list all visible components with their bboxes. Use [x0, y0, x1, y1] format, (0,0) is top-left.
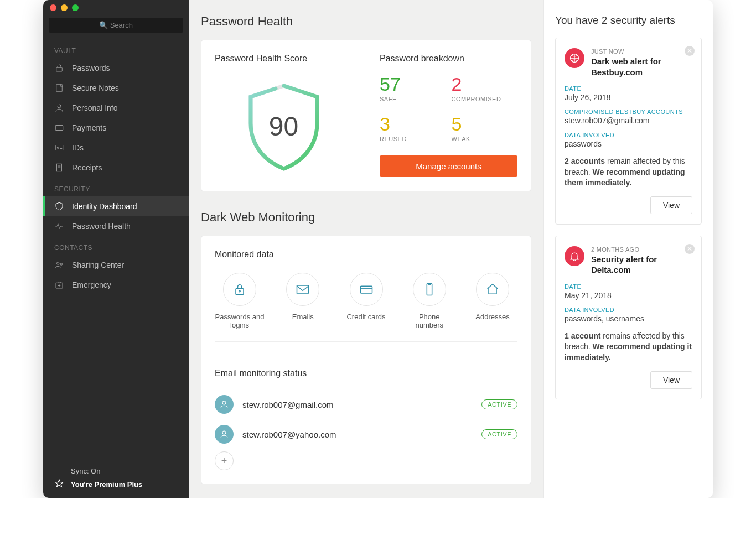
data-type-passwords: Passwords and logins: [215, 273, 265, 329]
alert-date-label: DATE: [565, 283, 692, 290]
sidebar-item-label: Receipts: [72, 163, 102, 172]
svg-rect-3: [55, 126, 63, 131]
pulse-icon: [54, 221, 64, 231]
close-alert-button[interactable]: ✕: [685, 46, 695, 56]
id-icon: [54, 143, 64, 153]
sidebar-item-label: IDs: [72, 143, 84, 152]
sync-status: Sync: On: [54, 467, 178, 475]
sidebar-item-label: Payments: [72, 123, 106, 132]
view-alert-button[interactable]: View: [650, 371, 692, 389]
email-row: stew.rob007@yahoo.com ACTIVE: [215, 419, 517, 449]
alert-body: 1 account remains affected by this breac…: [565, 331, 692, 363]
section-security-heading: SECURITY: [43, 178, 189, 196]
plan-status: You're Premium Plus: [54, 479, 178, 490]
svg-rect-0: [56, 67, 63, 71]
shield-icon: [54, 201, 64, 211]
alert-date-label: DATE: [565, 85, 692, 92]
svg-rect-4: [55, 145, 63, 150]
view-alert-button[interactable]: View: [650, 196, 692, 214]
avatar-icon: [215, 425, 234, 444]
monitored-data-heading: Monitored data: [215, 249, 517, 259]
bell-alert-icon: [565, 246, 584, 266]
sidebar-item-secure-notes[interactable]: Secure Notes: [43, 78, 189, 98]
alert-involved-label: DATA INVOLVED: [565, 132, 692, 138]
sidebar-item-identity-dashboard[interactable]: Identity Dashboard: [43, 196, 189, 216]
dark-web-card: Monitored data Passwords and logins Emai…: [201, 236, 531, 484]
alert-accounts-value: stew.rob007@gmail.com: [565, 116, 692, 125]
svg-point-16: [222, 431, 226, 434]
lock-icon: [54, 63, 64, 73]
svg-rect-12: [297, 285, 309, 293]
password-health-card: Password Health Score 90 Pass: [201, 40, 531, 191]
sidebar-item-emergency[interactable]: Emergency: [43, 275, 189, 295]
metric-safe: 57SAFE: [380, 75, 446, 102]
alert-date-value: May 21, 2018: [565, 291, 692, 300]
breakdown-heading: Password breakdown: [380, 54, 517, 64]
avatar-icon: [215, 395, 234, 414]
status-badge: ACTIVE: [481, 399, 517, 409]
email-row: stew.rob007@gmail.com ACTIVE: [215, 389, 517, 419]
sidebar-footer: Sync: On You're Premium Plus: [43, 459, 189, 498]
sidebar: VAULT Passwords Secure Notes Personal In…: [43, 0, 189, 498]
alerts-panel: You have 2 security alerts ✕ JUST NOW Da…: [544, 0, 713, 498]
sidebar-item-label: Personal Info: [72, 103, 118, 112]
sidebar-item-personal-info[interactable]: Personal Info: [43, 98, 189, 118]
alert-body: 2 accounts remain affected by this breac…: [565, 156, 692, 189]
dark-web-heading: Dark Web Monitoring: [201, 210, 531, 225]
alerts-heading: You have 2 security alerts: [555, 14, 702, 27]
section-contacts-heading: CONTACTS: [43, 236, 189, 255]
add-email-button[interactable]: +: [215, 451, 234, 470]
data-type-phone-numbers: Phone numbers: [405, 273, 454, 329]
sidebar-item-password-health[interactable]: Password Health: [43, 216, 189, 236]
svg-rect-14: [427, 284, 432, 295]
metric-reused: 3REUSED: [380, 115, 446, 142]
sidebar-item-label: Secure Notes: [72, 84, 119, 92]
sidebar-item-label: Sharing Center: [72, 261, 124, 269]
close-alert-button[interactable]: ✕: [685, 244, 695, 254]
score-heading: Password Health Score: [215, 54, 353, 64]
sidebar-item-label: Identity Dashboard: [72, 202, 137, 211]
manage-accounts-button[interactable]: Manage accounts: [380, 155, 517, 177]
alert-accounts-label: COMPROMISED BESTBUY ACCOUNTS: [565, 108, 692, 115]
sidebar-item-payments[interactable]: Payments: [43, 118, 189, 138]
svg-rect-1: [56, 84, 63, 92]
sidebar-item-ids[interactable]: IDs: [43, 138, 189, 158]
person-icon: [54, 103, 64, 113]
alert-time: JUST NOW: [591, 48, 692, 55]
search-input[interactable]: [49, 18, 183, 33]
svg-point-2: [58, 105, 61, 108]
sidebar-item-label: Password Health: [72, 222, 131, 231]
email-address: stew.rob007@yahoo.com: [242, 430, 473, 439]
data-type-addresses: Addresses: [468, 273, 517, 329]
people-icon: [54, 260, 64, 270]
maximize-window-button[interactable]: [72, 4, 79, 11]
alert-time: 2 MONTHS AGO: [591, 246, 692, 253]
alert-card: ✕ JUST NOW Dark web alert for Bestbuy.co…: [555, 38, 702, 225]
sidebar-item-label: Emergency: [72, 280, 111, 289]
password-health-heading: Password Health: [201, 14, 531, 29]
alert-card: ✕ 2 MONTHS AGO Security alert for Delta.…: [555, 236, 702, 399]
metric-weak: 5WEAK: [452, 115, 518, 142]
data-type-emails: Emails: [278, 273, 328, 329]
app-window: VAULT Passwords Secure Notes Personal In…: [43, 0, 713, 498]
titlebar: [43, 0, 189, 15]
sidebar-item-passwords[interactable]: Passwords: [43, 58, 189, 78]
main-content: Password Health Password Health Score 90: [189, 0, 544, 498]
health-score-value: 90: [269, 111, 298, 142]
metric-compromised: 2COMPROMISED: [452, 75, 518, 102]
section-vault-heading: VAULT: [43, 39, 189, 58]
email-address: stew.rob007@gmail.com: [242, 400, 473, 409]
svg-point-7: [57, 262, 60, 265]
sidebar-item-receipts[interactable]: Receipts: [43, 158, 189, 178]
star-icon: [54, 479, 64, 490]
minimize-window-button[interactable]: [61, 4, 68, 11]
close-window-button[interactable]: [50, 4, 56, 11]
card-icon: [54, 123, 64, 133]
status-badge: ACTIVE: [481, 429, 517, 439]
sidebar-item-label: Passwords: [72, 64, 110, 72]
sidebar-item-sharing-center[interactable]: Sharing Center: [43, 255, 189, 275]
svg-point-8: [60, 263, 63, 266]
web-alert-icon: [565, 48, 584, 68]
health-score-shield: 90: [240, 79, 328, 173]
alert-involved-label: DATA INVOLVED: [565, 306, 692, 313]
